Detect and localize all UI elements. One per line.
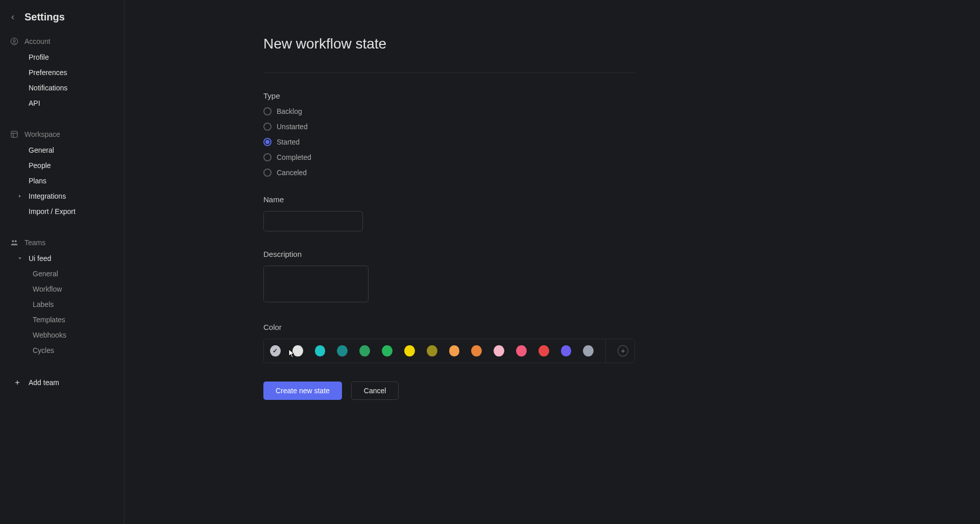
description-input[interactable] bbox=[263, 266, 369, 302]
color-swatch[interactable] bbox=[382, 345, 393, 356]
radio-canceled[interactable]: Canceled bbox=[263, 169, 980, 177]
svg-point-6 bbox=[12, 240, 14, 242]
radio-label: Backlog bbox=[277, 107, 302, 115]
chevron-down-icon bbox=[16, 255, 23, 262]
radio-button-icon bbox=[263, 153, 272, 161]
name-input[interactable] bbox=[263, 211, 363, 231]
sidebar-item-general[interactable]: General bbox=[0, 142, 124, 158]
svg-rect-2 bbox=[11, 131, 17, 137]
svg-point-0 bbox=[11, 38, 17, 44]
color-swatch[interactable] bbox=[292, 345, 303, 356]
workspace-icon bbox=[10, 130, 18, 138]
sidebar-item-integrations[interactable]: Integrations bbox=[0, 188, 124, 204]
color-swatch[interactable] bbox=[359, 345, 370, 356]
color-swatch[interactable] bbox=[449, 345, 460, 356]
radio-button-icon bbox=[263, 123, 272, 131]
team-item-general[interactable]: General bbox=[0, 266, 124, 281]
back-icon[interactable] bbox=[8, 13, 17, 22]
add-team-button[interactable]: Add team bbox=[0, 373, 124, 392]
sidebar-item-people[interactable]: People bbox=[0, 158, 124, 173]
team-ui-feed[interactable]: Ui feed bbox=[0, 251, 124, 266]
color-swatch[interactable] bbox=[538, 345, 549, 356]
workspace-section-header: Workspace bbox=[0, 126, 124, 142]
sidebar-item-api[interactable]: API bbox=[0, 96, 124, 111]
account-icon bbox=[10, 37, 18, 45]
sidebar-item-profile[interactable]: Profile bbox=[0, 50, 124, 65]
create-state-button[interactable]: Create new state bbox=[263, 382, 342, 400]
svg-point-1 bbox=[13, 40, 15, 42]
svg-point-7 bbox=[15, 240, 17, 242]
radio-label: Started bbox=[277, 138, 300, 146]
type-label: Type bbox=[263, 91, 980, 100]
plus-icon bbox=[13, 378, 21, 387]
color-swatch[interactable] bbox=[427, 345, 437, 356]
color-picker: + bbox=[263, 339, 635, 363]
radio-button-icon bbox=[263, 138, 272, 146]
radio-completed[interactable]: Completed bbox=[263, 153, 980, 161]
description-label: Description bbox=[263, 250, 980, 258]
color-swatch[interactable] bbox=[315, 345, 326, 356]
radio-button-icon bbox=[263, 107, 272, 115]
sidebar-item-plans[interactable]: Plans bbox=[0, 173, 124, 188]
page-title: New workflow state bbox=[263, 36, 980, 52]
color-swatch[interactable] bbox=[583, 345, 594, 356]
color-swatch[interactable] bbox=[270, 345, 281, 356]
settings-title: Settings bbox=[24, 11, 65, 23]
color-swatch[interactable] bbox=[494, 345, 504, 356]
color-swatch[interactable] bbox=[337, 345, 348, 356]
sidebar-item-preferences[interactable]: Preferences bbox=[0, 65, 124, 80]
team-item-labels[interactable]: Labels bbox=[0, 297, 124, 312]
radio-label: Canceled bbox=[277, 169, 307, 177]
svg-marker-5 bbox=[19, 195, 20, 198]
svg-marker-8 bbox=[18, 257, 21, 259]
radio-button-icon bbox=[263, 169, 272, 177]
color-divider bbox=[605, 339, 606, 363]
team-item-templates[interactable]: Templates bbox=[0, 312, 124, 327]
add-color-button[interactable]: + bbox=[618, 345, 628, 356]
team-item-webhooks[interactable]: Webhooks bbox=[0, 327, 124, 343]
color-swatch[interactable] bbox=[561, 345, 572, 356]
chevron-right-icon bbox=[16, 193, 23, 200]
teams-section-header: Teams bbox=[0, 234, 124, 251]
radio-started[interactable]: Started bbox=[263, 138, 980, 146]
teams-icon bbox=[10, 239, 18, 247]
name-label: Name bbox=[263, 195, 980, 204]
divider bbox=[263, 73, 635, 73]
color-swatch[interactable] bbox=[516, 345, 527, 356]
cancel-button[interactable]: Cancel bbox=[351, 382, 399, 400]
radio-label: Completed bbox=[277, 153, 311, 161]
radio-backlog[interactable]: Backlog bbox=[263, 107, 980, 115]
sidebar-item-import-export[interactable]: Import / Export bbox=[0, 204, 124, 219]
color-swatch[interactable] bbox=[404, 345, 415, 356]
team-item-cycles[interactable]: Cycles bbox=[0, 343, 124, 358]
color-swatch[interactable] bbox=[471, 345, 482, 356]
color-label: Color bbox=[263, 323, 980, 331]
sidebar-item-notifications[interactable]: Notifications bbox=[0, 80, 124, 96]
radio-label: Unstarted bbox=[277, 123, 308, 131]
account-section-header: Account bbox=[0, 33, 124, 50]
team-item-workflow[interactable]: Workflow bbox=[0, 281, 124, 297]
radio-unstarted[interactable]: Unstarted bbox=[263, 123, 980, 131]
